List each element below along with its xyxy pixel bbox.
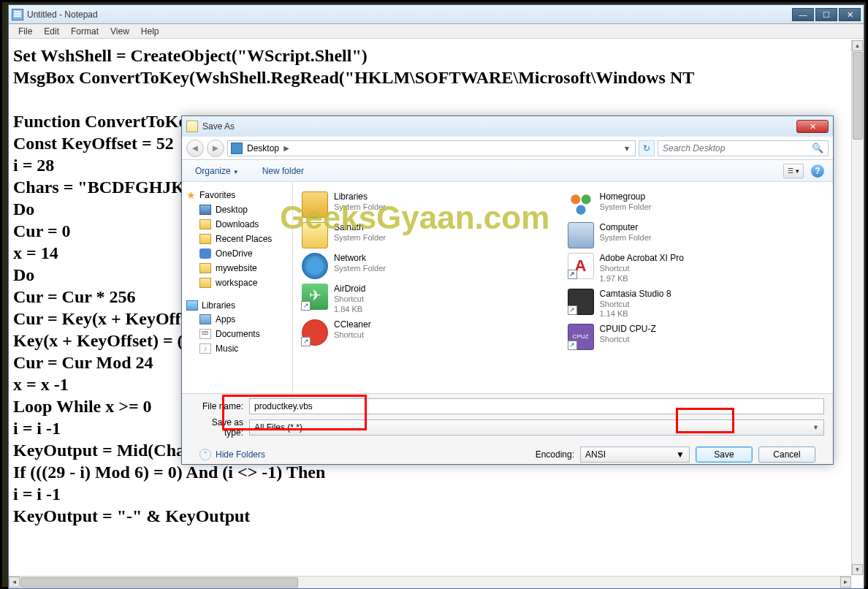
shortcut-badge-icon: ↗ xyxy=(301,337,311,346)
close-button[interactable]: ✕ xyxy=(839,8,861,21)
camtasia-icon: ↗ xyxy=(568,289,594,315)
refresh-button[interactable]: ↻ xyxy=(639,140,655,156)
shortcut-badge-icon: ↗ xyxy=(568,305,577,315)
file-item-homegroup[interactable]: HomegroupSystem Folder xyxy=(563,189,829,220)
chevron-up-icon: ˄ xyxy=(199,449,211,460)
horizontal-scrollbar[interactable]: ◄ ► xyxy=(9,576,851,588)
savetype-label: Save as type: xyxy=(191,417,249,438)
cancel-button[interactable]: Cancel xyxy=(758,446,815,463)
notepad-menubar: File Edit Format View Help xyxy=(9,24,864,39)
saveas-body: ★Favorites Desktop Downloads Recent Plac… xyxy=(182,182,833,394)
savetype-select[interactable]: All Files (*.*)▼ xyxy=(249,419,824,436)
search-icon[interactable]: 🔍 xyxy=(812,142,823,153)
file-item-cpuz[interactable]: CPUZ↗CPUID CPU-ZShortcut xyxy=(563,322,829,352)
scroll-thumb-h[interactable] xyxy=(20,577,298,588)
homegroup-icon xyxy=(568,191,594,218)
file-item-computer[interactable]: ComputerSystem Folder xyxy=(563,220,829,251)
acrobat-icon: A↗ xyxy=(568,253,594,279)
notepad-titlebar[interactable]: Untitled - Notepad — ☐ ✕ xyxy=(9,5,864,24)
forward-button[interactable]: ► xyxy=(207,140,224,157)
nav-item-downloads[interactable]: Downloads xyxy=(186,217,288,232)
nav-item-recent[interactable]: Recent Places xyxy=(186,232,288,246)
saveas-icon xyxy=(186,121,198,132)
breadcrumb[interactable]: Desktop ► ▾ xyxy=(227,140,636,156)
file-item-libraries[interactable]: LibrariesSystem Folder xyxy=(297,189,563,220)
saveas-dialog: Save As ✕ ◄ ► Desktop ► ▾ ↻ 🔍 Organize▼ … xyxy=(181,115,834,465)
menu-help[interactable]: Help xyxy=(135,25,165,38)
view-options-button[interactable]: ☰ ▾ xyxy=(783,164,804,178)
minimize-button[interactable]: — xyxy=(792,8,814,21)
file-item-sainath[interactable]: SainathSystem Folder xyxy=(297,220,563,251)
nav-item-music[interactable]: ♪Music xyxy=(186,341,288,356)
music-icon: ♪ xyxy=(199,343,211,354)
file-item-camtasia[interactable]: ↗Camtasia Studio 8Shortcut1.14 KB xyxy=(563,286,829,322)
file-item-ccleaner[interactable]: ↗CCleanerShortcut xyxy=(297,317,563,348)
nav-item-apps[interactable]: Apps xyxy=(186,312,288,327)
file-item-network[interactable]: NetworkSystem Folder xyxy=(297,251,563,281)
saveas-titlebar[interactable]: Save As ✕ xyxy=(182,116,833,137)
nav-head-libraries[interactable]: Libraries xyxy=(186,299,288,312)
shortcut-badge-icon: ↗ xyxy=(568,341,577,350)
search-input[interactable] xyxy=(663,143,812,153)
saveas-close-button[interactable]: ✕ xyxy=(796,120,829,133)
document-icon xyxy=(199,329,211,339)
save-button[interactable]: Save xyxy=(696,446,753,463)
scroll-down-icon[interactable]: ▼ xyxy=(852,564,863,575)
file-item-acrobat[interactable]: A↗Adobe Acrobat XI ProShortcut1.97 KB xyxy=(563,251,829,286)
navigation-pane: ★Favorites Desktop Downloads Recent Plac… xyxy=(182,182,293,393)
nav-item-onedrive[interactable]: OneDrive xyxy=(186,246,288,261)
menu-edit[interactable]: Edit xyxy=(38,25,65,38)
shortcut-badge-icon: ↗ xyxy=(568,270,577,279)
apps-icon xyxy=(199,314,211,324)
file-pane[interactable]: LibrariesSystem Folder SainathSystem Fol… xyxy=(293,182,833,393)
nav-head-favorites[interactable]: ★Favorites xyxy=(186,188,288,202)
saveas-title: Save As xyxy=(202,121,235,132)
airdroid-icon: ✈↗ xyxy=(302,284,328,310)
menu-format[interactable]: Format xyxy=(65,25,104,38)
saveas-toolbar: Organize▼ New folder ☰ ▾ ? xyxy=(182,160,833,182)
cloud-icon xyxy=(199,248,211,259)
desktop-icon xyxy=(231,142,243,154)
desktop-icon xyxy=(199,205,211,215)
network-icon xyxy=(302,253,328,279)
menu-file[interactable]: File xyxy=(12,25,38,38)
scroll-right-icon[interactable]: ► xyxy=(840,577,851,588)
scroll-up-icon[interactable]: ▲ xyxy=(852,40,863,51)
filename-label: File name: xyxy=(191,401,249,411)
saveas-navbar: ◄ ► Desktop ► ▾ ↻ 🔍 xyxy=(182,137,833,160)
chevron-right-icon[interactable]: ► xyxy=(279,143,294,153)
nav-item-desktop[interactable]: Desktop xyxy=(186,202,288,217)
ccleaner-icon: ↗ xyxy=(302,319,328,346)
page-frame: Untitled - Notepad — ☐ ✕ File Edit Forma… xyxy=(0,0,868,589)
scroll-thumb-v[interactable] xyxy=(853,52,863,140)
chevron-down-icon: ▼ xyxy=(676,449,685,460)
vertical-scrollbar[interactable]: ▲ ▼ xyxy=(851,40,864,575)
folder-icon xyxy=(199,278,211,288)
nav-item-documents[interactable]: Documents xyxy=(186,327,288,341)
notepad-icon xyxy=(12,9,23,20)
organize-button[interactable]: Organize▼ xyxy=(191,164,243,178)
libraries-icon xyxy=(186,300,198,311)
user-folder-icon xyxy=(302,222,328,248)
filename-input[interactable] xyxy=(249,398,824,414)
encoding-label: Encoding: xyxy=(536,449,574,460)
saveas-fields: File name: Save as type: All Files (*.*)… xyxy=(182,394,833,470)
scroll-left-icon[interactable]: ◄ xyxy=(9,577,20,588)
back-button[interactable]: ◄ xyxy=(186,140,204,157)
nav-item-mywebsite[interactable]: mywebsite xyxy=(186,261,288,276)
menu-view[interactable]: View xyxy=(104,25,135,38)
breadcrumb-segment[interactable]: Desktop xyxy=(247,143,279,153)
nav-item-workspace[interactable]: workspace xyxy=(186,276,288,290)
file-item-airdroid[interactable]: ✈↗AirDroidShortcut1.84 KB xyxy=(297,281,563,317)
help-button[interactable]: ? xyxy=(811,164,824,178)
search-box[interactable]: 🔍 xyxy=(658,140,829,156)
breadcrumb-dropdown-icon[interactable]: ▾ xyxy=(622,143,632,153)
newfolder-button[interactable]: New folder xyxy=(258,164,308,178)
star-icon: ★ xyxy=(186,189,196,201)
shortcut-badge-icon: ↗ xyxy=(301,301,311,311)
encoding-select[interactable]: ANSI▼ xyxy=(580,446,690,463)
hide-folders-button[interactable]: ˄ Hide Folders xyxy=(199,449,265,460)
maximize-button[interactable]: ☐ xyxy=(815,8,837,21)
chevron-down-icon: ▼ xyxy=(812,424,819,431)
notepad-title: Untitled - Notepad xyxy=(27,10,98,20)
